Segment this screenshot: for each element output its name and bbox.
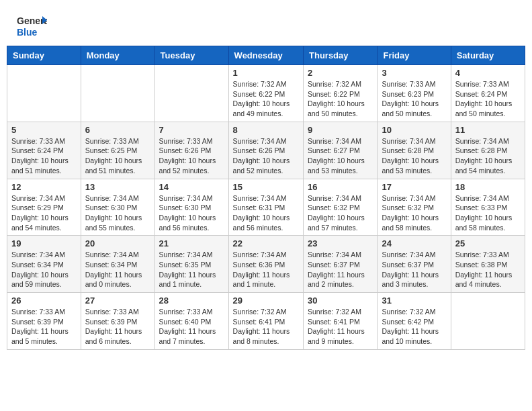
day-info: Sunrise: 7:33 AM Sunset: 6:39 PM Dayligh…: [85, 307, 150, 347]
day-header-friday: Friday: [378, 46, 451, 65]
day-number: 8: [233, 125, 299, 135]
calendar-cell: 27Sunrise: 7:33 AM Sunset: 6:39 PM Dayli…: [81, 293, 154, 350]
calendar-cell: 25Sunrise: 7:33 AM Sunset: 6:38 PM Dayli…: [451, 236, 525, 293]
day-info: Sunrise: 7:33 AM Sunset: 6:24 PM Dayligh…: [11, 136, 77, 176]
day-number: 6: [85, 125, 150, 135]
calendar-cell: 28Sunrise: 7:33 AM Sunset: 6:40 PM Dayli…: [154, 293, 228, 350]
day-number: 30: [308, 295, 373, 306]
day-info: Sunrise: 7:34 AM Sunset: 6:34 PM Dayligh…: [11, 250, 77, 289]
day-info: Sunrise: 7:32 AM Sunset: 6:22 PM Dayligh…: [233, 79, 299, 119]
day-info: Sunrise: 7:33 AM Sunset: 6:40 PM Dayligh…: [159, 307, 224, 347]
day-info: Sunrise: 7:33 AM Sunset: 6:25 PM Dayligh…: [85, 136, 150, 176]
day-number: 3: [382, 68, 446, 78]
day-number: 22: [233, 238, 299, 248]
day-number: 5: [11, 125, 77, 135]
day-info: Sunrise: 7:32 AM Sunset: 6:42 PM Dayligh…: [382, 307, 446, 347]
day-number: 15: [233, 182, 299, 192]
day-number: 25: [455, 238, 521, 248]
day-number: 18: [455, 182, 521, 192]
calendar-cell: 5Sunrise: 7:33 AM Sunset: 6:24 PM Daylig…: [7, 122, 81, 179]
calendar-cell: 4Sunrise: 7:33 AM Sunset: 6:24 PM Daylig…: [451, 65, 525, 122]
calendar-table: SundayMondayTuesdayWednesdayThursdayFrid…: [7, 46, 525, 350]
day-number: 14: [159, 182, 224, 192]
day-info: Sunrise: 7:34 AM Sunset: 6:28 PM Dayligh…: [455, 136, 521, 176]
day-number: 31: [382, 295, 446, 306]
calendar-cell: 9Sunrise: 7:34 AM Sunset: 6:27 PM Daylig…: [304, 122, 378, 179]
day-header-tuesday: Tuesday: [154, 46, 228, 65]
day-number: 19: [11, 238, 77, 248]
calendar-cell: 26Sunrise: 7:33 AM Sunset: 6:39 PM Dayli…: [7, 293, 81, 350]
day-number: 29: [233, 295, 299, 306]
calendar-week-row: 26Sunrise: 7:33 AM Sunset: 6:39 PM Dayli…: [7, 293, 525, 350]
day-number: 20: [85, 238, 150, 248]
calendar-cell: 19Sunrise: 7:34 AM Sunset: 6:34 PM Dayli…: [7, 236, 81, 293]
day-number: 13: [85, 182, 150, 192]
calendar-cell: 16Sunrise: 7:34 AM Sunset: 6:32 PM Dayli…: [304, 179, 378, 236]
day-info: Sunrise: 7:34 AM Sunset: 6:35 PM Dayligh…: [159, 250, 224, 289]
calendar-week-row: 1Sunrise: 7:32 AM Sunset: 6:22 PM Daylig…: [7, 65, 525, 122]
calendar-cell: 23Sunrise: 7:34 AM Sunset: 6:37 PM Dayli…: [304, 236, 378, 293]
calendar-cell: [451, 293, 525, 350]
calendar-cell: 29Sunrise: 7:32 AM Sunset: 6:41 PM Dayli…: [228, 293, 303, 350]
calendar-cell: 3Sunrise: 7:33 AM Sunset: 6:23 PM Daylig…: [378, 65, 451, 122]
page-header: GeneralBlue: [7, 7, 525, 42]
day-header-saturday: Saturday: [451, 46, 525, 65]
day-number: 9: [308, 125, 373, 135]
day-header-thursday: Thursday: [304, 46, 378, 65]
day-info: Sunrise: 7:34 AM Sunset: 6:36 PM Dayligh…: [233, 250, 299, 289]
day-info: Sunrise: 7:34 AM Sunset: 6:37 PM Dayligh…: [308, 250, 373, 289]
day-number: 28: [159, 295, 224, 306]
day-number: 11: [455, 125, 521, 135]
calendar-cell: 2Sunrise: 7:32 AM Sunset: 6:22 PM Daylig…: [304, 65, 378, 122]
day-info: Sunrise: 7:34 AM Sunset: 6:32 PM Dayligh…: [382, 193, 446, 233]
day-number: 4: [455, 68, 521, 78]
day-info: Sunrise: 7:34 AM Sunset: 6:31 PM Dayligh…: [233, 193, 299, 233]
calendar-cell: 14Sunrise: 7:34 AM Sunset: 6:30 PM Dayli…: [154, 179, 228, 236]
calendar-cell: [81, 65, 154, 122]
day-number: 17: [382, 182, 446, 192]
day-number: 24: [382, 238, 446, 248]
day-info: Sunrise: 7:32 AM Sunset: 6:41 PM Dayligh…: [308, 307, 373, 347]
calendar-cell: 17Sunrise: 7:34 AM Sunset: 6:32 PM Dayli…: [378, 179, 451, 236]
day-number: 1: [233, 68, 299, 78]
day-info: Sunrise: 7:33 AM Sunset: 6:38 PM Dayligh…: [455, 250, 521, 289]
day-info: Sunrise: 7:34 AM Sunset: 6:34 PM Dayligh…: [85, 250, 150, 289]
day-info: Sunrise: 7:33 AM Sunset: 6:24 PM Dayligh…: [455, 79, 521, 119]
calendar-cell: 30Sunrise: 7:32 AM Sunset: 6:41 PM Dayli…: [304, 293, 378, 350]
calendar-cell: 18Sunrise: 7:34 AM Sunset: 6:33 PM Dayli…: [451, 179, 525, 236]
calendar-cell: 15Sunrise: 7:34 AM Sunset: 6:31 PM Dayli…: [228, 179, 303, 236]
calendar-week-row: 12Sunrise: 7:34 AM Sunset: 6:29 PM Dayli…: [7, 179, 525, 236]
calendar-cell: [7, 65, 81, 122]
day-number: 10: [382, 125, 446, 135]
day-info: Sunrise: 7:34 AM Sunset: 6:30 PM Dayligh…: [85, 193, 150, 233]
calendar-cell: 12Sunrise: 7:34 AM Sunset: 6:29 PM Dayli…: [7, 179, 81, 236]
day-header-wednesday: Wednesday: [228, 46, 303, 65]
day-info: Sunrise: 7:34 AM Sunset: 6:26 PM Dayligh…: [233, 136, 299, 176]
day-info: Sunrise: 7:33 AM Sunset: 6:39 PM Dayligh…: [11, 307, 77, 347]
calendar-cell: 20Sunrise: 7:34 AM Sunset: 6:34 PM Dayli…: [81, 236, 154, 293]
calendar-cell: 7Sunrise: 7:33 AM Sunset: 6:26 PM Daylig…: [154, 122, 228, 179]
calendar-cell: 21Sunrise: 7:34 AM Sunset: 6:35 PM Dayli…: [154, 236, 228, 293]
calendar-week-row: 5Sunrise: 7:33 AM Sunset: 6:24 PM Daylig…: [7, 122, 525, 179]
svg-text:Blue: Blue: [17, 27, 38, 38]
day-header-sunday: Sunday: [7, 46, 81, 65]
day-header-monday: Monday: [81, 46, 154, 65]
day-info: Sunrise: 7:34 AM Sunset: 6:27 PM Dayligh…: [308, 136, 373, 176]
day-number: 26: [11, 295, 77, 306]
day-number: 16: [308, 182, 373, 192]
day-info: Sunrise: 7:32 AM Sunset: 6:22 PM Dayligh…: [308, 79, 373, 119]
day-info: Sunrise: 7:33 AM Sunset: 6:23 PM Dayligh…: [382, 79, 446, 119]
logo-icon: GeneralBlue: [17, 13, 47, 39]
day-number: 23: [308, 238, 373, 248]
calendar-cell: 13Sunrise: 7:34 AM Sunset: 6:30 PM Dayli…: [81, 179, 154, 236]
calendar-cell: 22Sunrise: 7:34 AM Sunset: 6:36 PM Dayli…: [228, 236, 303, 293]
calendar-header-row: SundayMondayTuesdayWednesdayThursdayFrid…: [7, 46, 525, 65]
day-info: Sunrise: 7:34 AM Sunset: 6:30 PM Dayligh…: [159, 193, 224, 233]
day-info: Sunrise: 7:32 AM Sunset: 6:41 PM Dayligh…: [233, 307, 299, 347]
logo: GeneralBlue: [17, 13, 47, 39]
calendar-cell: 8Sunrise: 7:34 AM Sunset: 6:26 PM Daylig…: [228, 122, 303, 179]
day-number: 7: [159, 125, 224, 135]
day-number: 2: [308, 68, 373, 78]
day-info: Sunrise: 7:34 AM Sunset: 6:33 PM Dayligh…: [455, 193, 521, 233]
day-info: Sunrise: 7:34 AM Sunset: 6:37 PM Dayligh…: [382, 250, 446, 289]
